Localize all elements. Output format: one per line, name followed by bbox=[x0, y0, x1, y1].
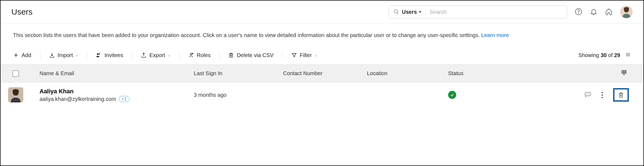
extra-emails-badge[interactable]: +1 bbox=[119, 96, 130, 102]
user-avatar[interactable] bbox=[8, 87, 23, 102]
export-label: Export bbox=[149, 52, 165, 58]
page-title: Users bbox=[11, 7, 32, 16]
add-button[interactable]: Add bbox=[13, 52, 31, 58]
delete-csv-button[interactable]: Delete via CSV bbox=[228, 52, 274, 58]
roles-label: Roles bbox=[197, 52, 211, 58]
header-right: Users ▼ bbox=[389, 5, 633, 18]
user-email: aaliya.khan@zylkertraining.com bbox=[40, 96, 116, 102]
row-actions bbox=[524, 88, 637, 102]
col-status[interactable]: Status bbox=[448, 70, 524, 77]
user-name[interactable]: Aaliya Khan bbox=[40, 88, 194, 95]
invitees-label: Invitees bbox=[104, 52, 123, 58]
user-info: Aaliya Khan aaliya.khan@zylkertraining.c… bbox=[40, 88, 194, 102]
showing-label: Showing bbox=[578, 52, 600, 58]
svg-rect-15 bbox=[622, 71, 623, 73]
more-icon[interactable] bbox=[600, 91, 604, 99]
divider bbox=[132, 51, 132, 59]
last-signin-value: 3 months ago bbox=[194, 92, 283, 98]
status-active-icon bbox=[448, 91, 456, 99]
delete-csv-label: Delete via CSV bbox=[237, 52, 274, 58]
help-icon[interactable] bbox=[575, 8, 582, 16]
showing-total: 29 bbox=[614, 52, 620, 58]
description: This section lists the users that have b… bbox=[13, 31, 631, 39]
header: Users Users ▼ bbox=[1, 1, 643, 24]
svg-rect-17 bbox=[625, 71, 626, 73]
table-row[interactable]: Aaliya Khan aaliya.khan@zylkertraining.c… bbox=[1, 82, 643, 107]
import-button[interactable]: Import ⌄ bbox=[49, 52, 78, 58]
content: This section lists the users that have b… bbox=[1, 24, 643, 64]
col-contact[interactable]: Contact Number bbox=[283, 70, 367, 77]
chat-icon[interactable] bbox=[584, 91, 591, 99]
svg-point-8 bbox=[97, 53, 98, 55]
divider bbox=[282, 51, 282, 59]
showing-text: Showing 30 of 29 bbox=[578, 52, 620, 58]
svg-point-21 bbox=[587, 94, 587, 94]
status-cell bbox=[448, 91, 524, 99]
svg-point-9 bbox=[99, 53, 100, 55]
bell-icon[interactable] bbox=[590, 8, 597, 16]
search-box[interactable]: Users ▼ bbox=[389, 5, 567, 18]
column-settings-icon[interactable] bbox=[621, 69, 627, 77]
header-left: Users bbox=[11, 7, 32, 16]
divider bbox=[179, 51, 179, 59]
col-last-signin[interactable]: Last Sign In bbox=[194, 70, 283, 77]
invitees-button[interactable]: Invitees bbox=[96, 52, 123, 58]
chevron-down-icon: ⌄ bbox=[314, 53, 317, 57]
col-location[interactable]: Location bbox=[367, 70, 448, 77]
user-email-row: aaliya.khan@zylkertraining.com +1 bbox=[40, 96, 194, 102]
showing-range: 30 bbox=[601, 52, 607, 58]
filter-label: Filter bbox=[300, 52, 312, 58]
svg-point-3 bbox=[578, 13, 579, 13]
roles-button[interactable]: Roles bbox=[188, 52, 211, 58]
search-scope-label: Users bbox=[402, 9, 417, 15]
svg-point-0 bbox=[394, 9, 398, 13]
toolbar-right: Showing 30 of 29 bbox=[578, 52, 631, 59]
svg-point-11 bbox=[192, 53, 193, 54]
select-all-checkbox[interactable] bbox=[12, 70, 19, 77]
svg-point-10 bbox=[190, 54, 192, 55]
list-view-icon[interactable] bbox=[625, 52, 631, 59]
home-icon[interactable] bbox=[605, 8, 613, 16]
search-scope-dropdown[interactable]: Users ▼ bbox=[402, 9, 426, 15]
profile-avatar[interactable] bbox=[620, 6, 633, 18]
description-text: This section lists the users that have b… bbox=[13, 32, 481, 38]
chevron-down-icon: ⌄ bbox=[75, 53, 78, 57]
svg-point-23 bbox=[588, 94, 589, 94]
divider bbox=[40, 51, 40, 59]
search-icon bbox=[393, 9, 399, 15]
learn-more-link[interactable]: Learn more bbox=[481, 32, 509, 38]
svg-point-22 bbox=[587, 94, 588, 94]
divider bbox=[87, 51, 87, 59]
add-label: Add bbox=[22, 52, 31, 58]
divider bbox=[219, 51, 219, 59]
caret-down-icon: ▼ bbox=[419, 10, 422, 14]
delete-button[interactable] bbox=[613, 88, 629, 102]
col-name-email[interactable]: Name & Email bbox=[40, 70, 194, 77]
svg-point-2 bbox=[575, 8, 581, 15]
svg-rect-16 bbox=[623, 71, 625, 73]
users-table: Name & Email Last Sign In Contact Number… bbox=[1, 64, 643, 107]
toolbar: Add Import ⌄ Invitees Export ⌄ R bbox=[13, 51, 631, 64]
export-button[interactable]: Export ⌄ bbox=[141, 52, 170, 58]
table-header: Name & Email Last Sign In Contact Number… bbox=[1, 64, 643, 82]
filter-button[interactable]: Filter ⌄ bbox=[291, 52, 317, 58]
import-label: Import bbox=[58, 52, 73, 58]
svg-line-1 bbox=[397, 13, 398, 14]
toolbar-left: Add Import ⌄ Invitees Export ⌄ R bbox=[13, 51, 317, 59]
showing-of: of bbox=[607, 52, 614, 58]
chevron-down-icon: ⌄ bbox=[168, 53, 170, 57]
search-input[interactable] bbox=[430, 9, 563, 15]
